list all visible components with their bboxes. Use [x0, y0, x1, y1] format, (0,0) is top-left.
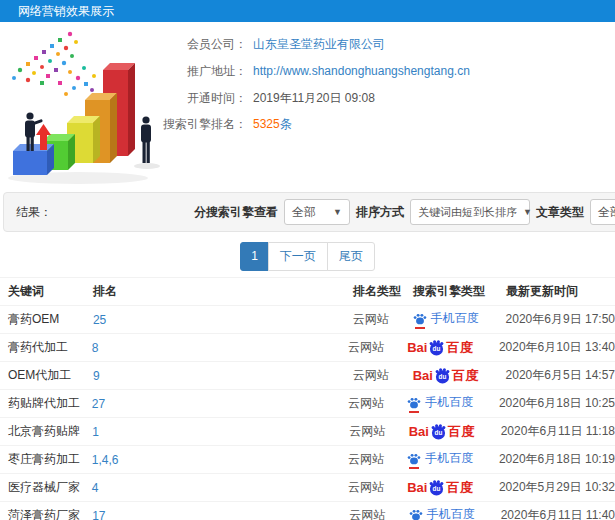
last-page-button[interactable]: 尾页 — [327, 242, 375, 271]
caret-down-icon: ▼ — [523, 207, 532, 217]
rank-type-cell: 云网站 — [345, 367, 403, 384]
updated-cell: 2020年6月18日 10:19 — [491, 451, 615, 468]
rank-count-label: 搜索引擎排名： — [80, 114, 247, 134]
header-rank: 排名 — [85, 283, 345, 300]
engine-cell: 手机百度 — [397, 450, 491, 469]
rank-cell: 9 — [85, 369, 345, 383]
promo-url-label: 推广地址： — [80, 61, 247, 81]
rank-count-number: 5325 — [253, 117, 280, 131]
open-time-label: 开通时间： — [80, 88, 247, 108]
rank-type-cell: 云网站 — [341, 507, 398, 520]
baidu-logo: Baidu百度 — [409, 423, 475, 441]
table-row: 枣庄膏药加工1,4,6云网站手机百度2020年6月18日 10:19 — [0, 446, 615, 474]
updated-cell: 2020年6月10日 13:40 — [491, 339, 615, 356]
rank-link[interactable]: 4 — [92, 481, 99, 495]
rank-cell: 27 — [84, 397, 340, 411]
page-header: 网络营销效果展示 — [0, 0, 615, 22]
engine-select-value: 全部 — [292, 204, 316, 221]
rank-link[interactable]: 1,4,6 — [92, 453, 119, 467]
keyword-cell: 枣庄膏药加工 — [0, 451, 84, 468]
updated-cell: 2020年5月29日 10:32 — [491, 479, 615, 496]
keyword-cell: 膏药代加工 — [0, 339, 84, 356]
keyword-cell: 膏药OEM — [0, 311, 85, 328]
engine-select[interactable]: 全部 ▼ — [284, 199, 350, 225]
rank-link[interactable]: 25 — [93, 313, 106, 327]
table-header-row: 关键词 排名 排名类型 搜索引擎类型 最新更新时间 — [0, 277, 615, 306]
svg-text:du: du — [439, 373, 447, 380]
updated-cell: 2020年6月18日 10:25 — [491, 395, 615, 412]
keyword-cell: 北京膏药贴牌 — [0, 423, 84, 440]
engine-cell: Baidu百度 — [399, 423, 493, 441]
table-row: 医疗器械厂家4云网站Baidu百度2020年5月29日 10:32 — [0, 474, 615, 502]
svg-text:du: du — [433, 345, 441, 352]
baidu-logo: Baidu百度 — [407, 339, 473, 357]
updated-cell: 2020年6月11日 11:40 — [493, 507, 615, 520]
caret-down-icon: ▼ — [333, 207, 342, 217]
mobile-baidu-logo: 手机百度 — [409, 506, 475, 520]
rank-cell: 8 — [84, 341, 340, 355]
engine-cell: Baidu百度 — [403, 367, 498, 385]
svg-text:du: du — [435, 429, 443, 436]
keyword-cell: OEM代加工 — [0, 367, 85, 384]
rank-cell: 1,4,6 — [84, 453, 340, 467]
header-engine-type: 搜索引擎类型 — [403, 283, 498, 300]
header-updated: 最新更新时间 — [498, 283, 615, 300]
baidu-bai-text: Bai — [407, 340, 427, 355]
table-row: 北京膏药贴牌1云网站Baidu百度2020年6月11日 11:18 — [0, 418, 615, 446]
page: 网络营销效果展示 — [0, 0, 615, 520]
updated-cell: 2020年6月5日 14:57 — [498, 367, 615, 384]
engine-filter-label: 分搜索引擎查看 — [194, 204, 278, 221]
next-page-button[interactable]: 下一页 — [268, 242, 328, 271]
page-number-current[interactable]: 1 — [240, 242, 269, 271]
company-link[interactable]: 山东皇圣堂药业有限公司 — [253, 34, 385, 54]
table-row: 药贴牌代加工27云网站手机百度2020年6月18日 10:25 — [0, 390, 615, 418]
baidu-text: 百度 — [446, 479, 473, 497]
rank-cell: 17 — [84, 509, 341, 520]
article-type-label: 文章类型 — [536, 204, 584, 221]
filter-bar: 结果： 分搜索引擎查看 全部 ▼ 排序方式 关键词由短到长排序 ▼ 文章类型 全… — [3, 192, 615, 232]
rank-link[interactable]: 9 — [93, 369, 100, 383]
results-table: 关键词 排名 排名类型 搜索引擎类型 最新更新时间 膏药OEM25云网站手机百度… — [0, 277, 615, 520]
keyword-cell: 菏泽膏药厂家 — [0, 507, 84, 520]
baidu-paw-icon — [407, 452, 421, 466]
rank-type-cell: 云网站 — [340, 479, 397, 496]
table-row: 菏泽膏药厂家17云网站手机百度2020年6月11日 11:40 — [0, 502, 615, 520]
sort-select-value: 关键词由短到长排序 — [418, 205, 517, 220]
header-keyword: 关键词 — [0, 283, 85, 300]
rank-cell: 4 — [84, 481, 340, 495]
baidu-text: 百度 — [452, 367, 479, 385]
company-label: 会员公司： — [80, 34, 247, 54]
baidu-paw-icon — [407, 396, 421, 410]
mobile-baidu-label: 手机百度 — [425, 450, 473, 467]
mobile-baidu-label: 手机百度 — [427, 506, 475, 520]
open-time-value: 2019年11月20日 09:08 — [253, 88, 375, 108]
baidu-bai-text: Bai — [409, 424, 429, 439]
table-row: 膏药代加工8云网站Baidu百度2020年6月10日 13:40 — [0, 334, 615, 362]
sort-select[interactable]: 关键词由短到长排序 ▼ — [410, 199, 530, 225]
rank-link[interactable]: 8 — [92, 341, 99, 355]
baidu-text: 百度 — [446, 339, 473, 357]
article-type-value: 全部 — [598, 204, 615, 221]
promo-url-link[interactable]: http://www.shandonghuangshengtang.cn — [253, 61, 470, 81]
table-row: 膏药OEM25云网站手机百度2020年6月9日 17:50 — [0, 306, 615, 334]
rank-link[interactable]: 17 — [92, 509, 105, 520]
engine-cell: 手机百度 — [399, 506, 493, 520]
engine-cell: Baidu百度 — [397, 479, 491, 497]
rank-type-cell: 云网站 — [341, 423, 398, 440]
updated-cell: 2020年6月11日 11:18 — [493, 423, 615, 440]
pagination: 1 下一页 尾页 — [0, 242, 615, 271]
engine-cell: 手机百度 — [397, 394, 491, 413]
rank-link[interactable]: 27 — [92, 397, 105, 411]
table-row: OEM代加工9云网站Baidu百度2020年6月5日 14:57 — [0, 362, 615, 390]
rank-cell: 1 — [84, 425, 341, 439]
updated-cell: 2020年6月9日 17:50 — [498, 311, 615, 328]
rank-link[interactable]: 1 — [92, 425, 99, 439]
baidu-bai-text: Bai — [413, 368, 433, 383]
rank-type-cell: 云网站 — [340, 395, 397, 412]
mobile-baidu-label: 手机百度 — [425, 394, 473, 411]
baidu-paw-icon — [409, 508, 423, 520]
rank-type-cell: 云网站 — [340, 451, 397, 468]
sort-filter-label: 排序方式 — [356, 204, 404, 221]
article-type-select[interactable]: 全部 ▼ — [590, 199, 615, 225]
baidu-paw-icon: du — [428, 479, 445, 496]
